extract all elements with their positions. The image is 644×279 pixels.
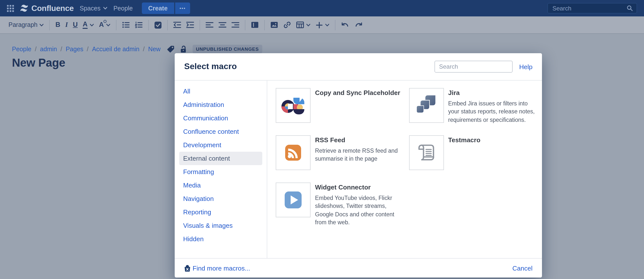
play-icon [281,188,305,212]
checkbox-icon [154,21,162,28]
global-search-input[interactable] [552,4,624,12]
category-communication[interactable]: Communication [179,111,262,125]
macro-list: Copy and Sync Placeholder [267,81,542,258]
breadcrumb-new[interactable]: New [148,45,160,52]
align-center-button[interactable] [216,18,229,31]
insert-more-button[interactable] [313,18,332,31]
align-left-button[interactable] [203,18,216,31]
global-search[interactable] [548,3,637,13]
macro-search[interactable] [435,61,513,73]
undo-icon [341,21,349,28]
unpublished-changes-badge: UNPUBLISHED CHANGES [192,45,262,53]
nav-people[interactable]: People [114,5,133,12]
category-formatting[interactable]: Formatting [179,165,262,179]
insert-table-button[interactable] [294,18,313,31]
category-hidden[interactable]: Hidden [179,232,262,246]
macro-search-input[interactable] [435,63,512,70]
category-all[interactable]: All [179,84,262,98]
breadcrumb: People / admin / Pages / Accueil de admi… [12,45,262,53]
category-confluence-content[interactable]: Confluence content [179,125,262,138]
chevron-down-icon [106,23,110,27]
redo-button[interactable] [352,18,365,31]
undo-button[interactable] [338,18,352,31]
help-link[interactable]: Help [519,63,533,70]
macro-testmacro[interactable]: Testmacro [409,135,542,183]
text-color-button[interactable]: A [80,18,96,31]
select-macro-dialog: Select macro Help All Administration Com… [175,53,542,278]
confluence-logo[interactable]: Confluence [20,4,74,13]
create-button[interactable]: Create [142,2,174,14]
create-more-button[interactable]: ••• [174,2,190,14]
page-title: New Page [12,56,65,70]
dialog-header: Select macro Help [175,53,542,81]
category-navigation[interactable]: Navigation [179,192,262,205]
macro-description: Embed Jira issues or filters into your s… [448,99,538,124]
macro-name: Testmacro [448,136,538,145]
category-development[interactable]: Development [179,138,262,152]
breadcrumb-people[interactable]: People [12,45,31,52]
bullet-list-button[interactable] [119,18,132,31]
macro-description: Retrieve a remote RSS feed and summarise… [315,147,404,163]
category-media[interactable]: Media [179,179,262,192]
plus-icon [315,21,323,28]
nav-spaces[interactable]: Spaces [80,5,107,12]
cancel-button[interactable]: Cancel [512,264,532,272]
chevron-down-icon [103,6,108,10]
macro-name: Widget Connector [315,184,404,192]
align-right-button[interactable] [229,18,242,31]
confluence-mark-icon [20,4,28,12]
top-navbar: Confluence Spaces People Create ••• [0,0,644,16]
indent-button[interactable] [184,18,196,31]
chevron-down-icon [325,23,329,27]
numbered-list-icon [134,21,142,29]
chevron-down-icon [306,23,310,27]
align-center-icon [218,21,226,29]
confluence-app: Confluence Spaces People Create ••• Para… [0,0,644,279]
macro-copy-and-sync-placeholder[interactable]: Copy and Sync Placeholder [276,88,409,135]
rss-icon [281,141,305,165]
table-icon [296,21,304,29]
indent-icon [186,21,194,29]
app-switcher-grid-icon[interactable] [7,5,14,12]
create-button-group: Create ••• [142,2,190,14]
category-administration[interactable]: Administration [179,98,262,111]
link-icon [283,21,291,29]
macro-name: Copy and Sync Placeholder [315,89,404,97]
breadcrumb-accueil-de-admin[interactable]: Accueil de admin [92,45,139,52]
bullet-list-icon [122,21,130,29]
macro-rss-feed[interactable]: RSS Feed Retrieve a remote RSS feed and … [276,135,409,183]
paragraph-style-dropdown[interactable]: Paragraph [6,18,46,31]
editor-toolbar: Paragraph B I U A A [0,16,644,34]
find-more-macros-link[interactable]: Find more macros... [184,264,250,272]
category-reporting[interactable]: Reporting [179,205,262,219]
italic-button[interactable]: I [63,18,70,31]
chevron-down-icon [90,23,94,27]
underline-button[interactable]: U [70,18,80,31]
text-style-more-button[interactable]: A [96,18,113,31]
unlocked-padlock-icon[interactable] [179,45,187,53]
numbered-list-button[interactable] [132,18,145,31]
labels-tag-icon[interactable] [166,45,174,53]
image-icon [270,21,278,29]
breadcrumb-admin[interactable]: admin [40,45,57,52]
macro-categories: All Administration Communication Conflue… [175,81,267,258]
category-visuals-images[interactable]: Visuals & images [179,219,262,232]
align-right-icon [231,21,239,29]
macro-jira[interactable]: Jira Embed Jira issues or filters into y… [409,88,542,135]
insert-link-button[interactable] [280,18,294,31]
page-layout-button[interactable] [248,18,261,31]
insert-image-button[interactable] [268,18,280,31]
marketplace-bag-icon [184,264,190,272]
layout-icon [250,21,258,29]
outdent-button[interactable] [170,18,184,31]
breadcrumb-pages[interactable]: Pages [66,45,83,52]
macro-name: Jira [448,89,538,97]
jira-logo-icon [414,93,438,117]
macro-widget-connector[interactable]: Widget Connector Embed YouTube videos, F… [276,183,409,230]
dialog-footer: Find more macros... Cancel [175,258,542,278]
bold-button[interactable]: B [53,18,63,31]
task-list-button[interactable] [152,18,164,31]
category-external-content[interactable]: External content [179,152,262,165]
dialog-title: Select macro [184,62,237,72]
dialog-body: All Administration Communication Conflue… [175,81,542,258]
